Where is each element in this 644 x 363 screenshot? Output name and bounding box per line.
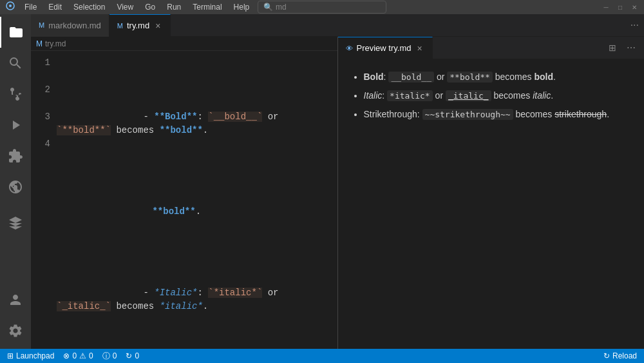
l2-colon: : xyxy=(197,288,208,298)
status-launchpad[interactable]: ⊞ Launchpad xyxy=(5,351,56,360)
l1-colon: : xyxy=(197,112,208,122)
preview-more-button[interactable]: ⋯ xyxy=(623,41,639,55)
search-box[interactable]: 🔍 md xyxy=(258,1,386,14)
preview-italic-code1: *italic* xyxy=(387,90,433,101)
preview-strike-label: Strikethrough: xyxy=(364,109,422,119)
preview-item-strikethrough: Strikethrough: ~~strikethrough~~ becomes… xyxy=(364,107,632,122)
preview-italic-sep1: : xyxy=(382,90,387,101)
reload-label: Reload xyxy=(612,351,637,360)
preview-bold-code2: **bold** xyxy=(447,72,493,83)
preview-italic-label: Italic xyxy=(364,90,383,101)
menu-edit[interactable]: Edit xyxy=(43,1,67,13)
activity-item-explorer[interactable] xyxy=(0,17,31,48)
menu-run[interactable]: Run xyxy=(162,1,186,13)
activity-item-source-control[interactable] xyxy=(0,79,31,110)
minimize-button[interactable]: ─ xyxy=(601,3,611,12)
status-reload[interactable]: ↻ Reload xyxy=(601,351,639,360)
minimap xyxy=(331,51,337,349)
status-sync[interactable]: ↻ 0 xyxy=(124,351,141,360)
line-number-2: 2 xyxy=(36,83,50,97)
preview-bold-becomes: becomes xyxy=(493,72,535,82)
activity-item-run[interactable] xyxy=(0,110,31,141)
tab-close-try[interactable]: × xyxy=(153,20,162,32)
preview-tab-close[interactable]: × xyxy=(415,43,424,54)
menu-selection[interactable]: Selection xyxy=(68,1,110,13)
l1-becomes: becomes xyxy=(111,125,160,135)
editor-breadcrumb: M try.md xyxy=(31,37,337,51)
line-number-3b: - xyxy=(36,124,50,137)
editor-pane-code: M try.md 1 - 2 - 3 - 4 xyxy=(31,37,338,349)
warning-count: 0 xyxy=(89,351,93,360)
preview-tab[interactable]: 👁 Preview try.md × xyxy=(338,37,433,59)
error-count: 0 xyxy=(72,351,77,360)
preview-strike-becomes: becomes xyxy=(513,109,555,119)
l2-or: or xyxy=(262,288,284,298)
preview-italic-dot: . xyxy=(551,90,553,101)
line-numbers: 1 - 2 - 3 - 4 xyxy=(31,51,57,349)
tab-icon-try: M xyxy=(117,22,123,30)
line-number-4: 4 xyxy=(36,137,50,151)
preview-item-italic: Italic: *italic* or _italic_ becomes ita… xyxy=(364,88,632,103)
app-body: M markdown.md M try.md × ··· M try.md xyxy=(0,14,644,349)
line-number-2b: - xyxy=(36,97,50,110)
preview-tab-label: Preview try.md xyxy=(357,43,412,53)
l1-result: **bold** xyxy=(160,125,203,135)
l1-period: . xyxy=(203,125,208,135)
preview-bold-label: Bold xyxy=(364,72,384,82)
error-icon: ⊗ xyxy=(63,351,70,360)
activity-item-launchpad[interactable] xyxy=(0,208,31,239)
breadcrumb-icon: M xyxy=(36,39,43,48)
maximize-button[interactable]: □ xyxy=(616,3,625,12)
titlebar-right: ─ □ ✕ xyxy=(601,3,639,12)
status-errors[interactable]: ⊗ 0 ⚠ 0 xyxy=(61,351,95,360)
preview-strike-dot: . xyxy=(607,109,609,119)
activity-item-search[interactable] xyxy=(0,48,31,79)
menu-file[interactable]: File xyxy=(19,1,42,13)
l2-italic-markers: *Italic* xyxy=(154,288,197,298)
titlebar-left: File Edit Selection View Go Run Terminal… xyxy=(5,1,254,14)
launchpad-icon: ⊞ xyxy=(7,351,14,360)
menu-terminal[interactable]: Terminal xyxy=(187,1,227,13)
activity-item-extensions[interactable] xyxy=(0,141,31,172)
reload-icon: ↻ xyxy=(603,351,610,360)
l1-bold-markers: **Bold** xyxy=(154,112,197,122)
preview-content: Bold: __bold__ or **bold** becomes bold.… xyxy=(338,59,645,349)
status-info[interactable]: ⓘ 0 xyxy=(100,351,119,362)
menu-view[interactable]: View xyxy=(111,1,138,13)
menu-help[interactable]: Help xyxy=(229,1,255,13)
preview-italic-or: or xyxy=(433,90,446,101)
activity-item-accounts[interactable] xyxy=(0,284,31,315)
line-number-3: 3 xyxy=(36,110,50,124)
close-button[interactable]: ✕ xyxy=(630,3,639,12)
preview-pane: 👁 Preview try.md × ⊞ ⋯ Bold: __bold__ or… xyxy=(338,37,645,349)
preview-open-side-button[interactable]: ⊞ xyxy=(605,41,620,55)
preview-item-bold: Bold: __bold__ or **bold** becomes bold. xyxy=(364,70,632,84)
preview-italic-result: italic xyxy=(533,90,551,101)
tab-markdown-md[interactable]: M markdown.md xyxy=(31,14,109,37)
info-count: 0 xyxy=(113,351,117,360)
tab-bar: M markdown.md M try.md × ··· xyxy=(31,14,644,37)
code-lines[interactable]: - **Bold**: `__bold__` or `**bold**` bec… xyxy=(57,51,331,349)
l2-dash: - xyxy=(143,288,154,298)
preview-italic-becomes: becomes xyxy=(491,90,533,101)
preview-tab-icon: 👁 xyxy=(346,44,353,52)
menu-go[interactable]: Go xyxy=(140,1,160,13)
line-number-1b: - xyxy=(36,70,50,83)
line-number-1: 1 xyxy=(36,56,50,70)
preview-strike-code1: ~~strikethrough~~ xyxy=(422,109,513,120)
preview-bold-result: bold xyxy=(534,72,553,82)
editor-content[interactable]: 1 - 2 - 3 - 4 - **Bold**: `__bold__` or … xyxy=(31,51,337,349)
activity-item-remote[interactable] xyxy=(0,172,31,202)
preview-list: Bold: __bold__ or **bold** becomes bold.… xyxy=(351,70,632,121)
activity-item-settings[interactable] xyxy=(0,315,31,346)
tab-try-md[interactable]: M try.md × xyxy=(109,14,171,37)
tab-more-button[interactable]: ··· xyxy=(625,19,644,31)
tab-label-try: try.md xyxy=(127,21,149,30)
preview-italic-code2: _italic_ xyxy=(446,90,491,101)
activity-bar xyxy=(0,14,31,349)
titlebar-center: 🔍 md xyxy=(258,1,386,14)
l2-period: . xyxy=(203,301,208,311)
status-right: ↻ Reload xyxy=(601,351,639,360)
l1-or1: or xyxy=(262,112,284,122)
svg-point-1 xyxy=(9,5,12,7)
